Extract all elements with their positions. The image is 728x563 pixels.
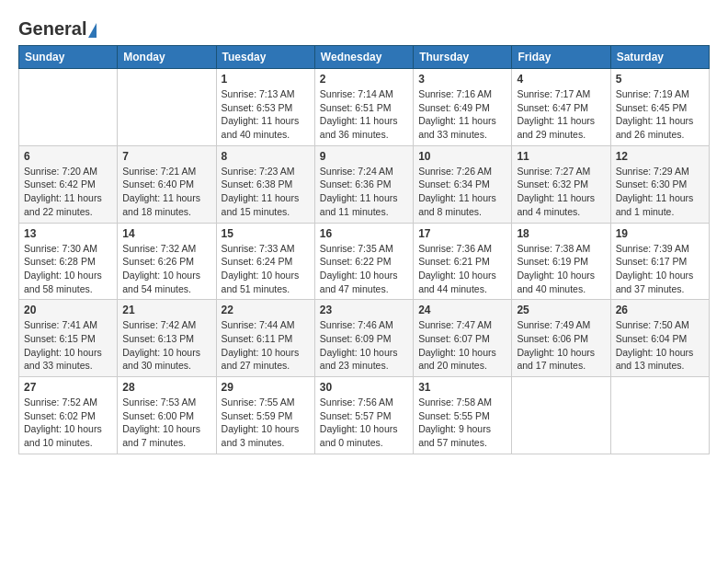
day-number: 5 xyxy=(616,73,704,86)
day-number: 4 xyxy=(517,73,605,86)
day-info: Sunrise: 7:52 AM Sunset: 6:02 PM Dayligh… xyxy=(24,396,112,450)
day-info: Sunrise: 7:14 AM Sunset: 6:51 PM Dayligh… xyxy=(320,87,408,142)
day-info: Sunrise: 7:41 AM Sunset: 6:15 PM Dayligh… xyxy=(24,318,112,373)
day-number: 16 xyxy=(320,227,408,240)
day-number: 12 xyxy=(616,150,704,163)
day-info: Sunrise: 7:35 AM Sunset: 6:22 PM Dayligh… xyxy=(320,242,408,296)
day-info: Sunrise: 7:26 AM Sunset: 6:34 PM Dayligh… xyxy=(418,165,506,219)
day-info: Sunrise: 7:16 AM Sunset: 6:49 PM Dayligh… xyxy=(418,87,506,142)
day-number: 30 xyxy=(320,381,408,394)
day-info: Sunrise: 7:39 AM Sunset: 6:17 PM Dayligh… xyxy=(616,242,704,296)
day-number: 22 xyxy=(222,304,310,316)
weekday-header-friday: Friday xyxy=(512,46,610,69)
day-info: Sunrise: 7:56 AM Sunset: 5:57 PM Dayligh… xyxy=(320,396,408,450)
calendar-cell: 8Sunrise: 7:23 AM Sunset: 6:38 PM Daylig… xyxy=(216,145,314,223)
day-info: Sunrise: 7:47 AM Sunset: 6:07 PM Dayligh… xyxy=(418,318,506,373)
day-info: Sunrise: 7:38 AM Sunset: 6:19 PM Dayligh… xyxy=(517,242,605,296)
day-info: Sunrise: 7:55 AM Sunset: 5:59 PM Dayligh… xyxy=(222,396,310,450)
calendar-cell xyxy=(19,69,118,146)
day-number: 6 xyxy=(24,150,112,163)
weekday-header-tuesday: Tuesday xyxy=(216,46,314,69)
logo-triangle-icon xyxy=(88,23,97,38)
logo-general-text: General xyxy=(18,18,86,40)
calendar-week-row: 1Sunrise: 7:13 AM Sunset: 6:53 PM Daylig… xyxy=(19,69,710,146)
weekday-header-saturday: Saturday xyxy=(610,46,709,69)
calendar-cell: 28Sunrise: 7:53 AM Sunset: 6:00 PM Dayli… xyxy=(118,377,216,454)
day-number: 25 xyxy=(517,304,605,316)
weekday-header-sunday: Sunday xyxy=(19,46,118,69)
day-info: Sunrise: 7:46 AM Sunset: 6:09 PM Dayligh… xyxy=(320,318,408,373)
day-number: 23 xyxy=(320,304,408,316)
calendar-cell: 14Sunrise: 7:32 AM Sunset: 6:26 PM Dayli… xyxy=(118,223,216,300)
day-info: Sunrise: 7:17 AM Sunset: 6:47 PM Dayligh… xyxy=(517,87,605,142)
calendar-cell: 1Sunrise: 7:13 AM Sunset: 6:53 PM Daylig… xyxy=(216,69,314,146)
calendar-cell: 16Sunrise: 7:35 AM Sunset: 6:22 PM Dayli… xyxy=(314,223,413,300)
calendar-cell: 15Sunrise: 7:33 AM Sunset: 6:24 PM Dayli… xyxy=(216,223,314,300)
day-info: Sunrise: 7:21 AM Sunset: 6:40 PM Dayligh… xyxy=(122,165,210,219)
day-info: Sunrise: 7:49 AM Sunset: 6:06 PM Dayligh… xyxy=(517,318,605,373)
day-info: Sunrise: 7:30 AM Sunset: 6:28 PM Dayligh… xyxy=(24,242,112,296)
day-info: Sunrise: 7:44 AM Sunset: 6:11 PM Dayligh… xyxy=(222,318,310,373)
calendar-cell: 26Sunrise: 7:50 AM Sunset: 6:04 PM Dayli… xyxy=(610,300,709,377)
day-number: 31 xyxy=(418,381,506,394)
calendar-cell: 27Sunrise: 7:52 AM Sunset: 6:02 PM Dayli… xyxy=(19,377,118,454)
calendar-week-row: 27Sunrise: 7:52 AM Sunset: 6:02 PM Dayli… xyxy=(19,377,710,454)
page-header: General xyxy=(18,18,710,36)
calendar-cell: 13Sunrise: 7:30 AM Sunset: 6:28 PM Dayli… xyxy=(19,223,118,300)
calendar-cell: 10Sunrise: 7:26 AM Sunset: 6:34 PM Dayli… xyxy=(414,145,512,223)
day-number: 7 xyxy=(122,150,210,163)
day-number: 17 xyxy=(418,227,506,240)
day-number: 18 xyxy=(517,227,605,240)
day-number: 2 xyxy=(320,73,408,86)
weekday-header-row: SundayMondayTuesdayWednesdayThursdayFrid… xyxy=(19,46,710,69)
day-number: 8 xyxy=(222,150,310,163)
calendar-cell: 17Sunrise: 7:36 AM Sunset: 6:21 PM Dayli… xyxy=(414,223,512,300)
day-number: 21 xyxy=(122,304,210,316)
calendar-week-row: 6Sunrise: 7:20 AM Sunset: 6:42 PM Daylig… xyxy=(19,145,710,223)
day-info: Sunrise: 7:19 AM Sunset: 6:45 PM Dayligh… xyxy=(616,87,704,142)
day-info: Sunrise: 7:23 AM Sunset: 6:38 PM Dayligh… xyxy=(222,165,310,219)
calendar-cell: 31Sunrise: 7:58 AM Sunset: 5:55 PM Dayli… xyxy=(414,377,512,454)
day-number: 26 xyxy=(616,304,704,316)
calendar-cell: 29Sunrise: 7:55 AM Sunset: 5:59 PM Dayli… xyxy=(216,377,314,454)
day-info: Sunrise: 7:27 AM Sunset: 6:32 PM Dayligh… xyxy=(517,165,605,219)
calendar-table: SundayMondayTuesdayWednesdayThursdayFrid… xyxy=(18,45,710,454)
logo: General xyxy=(18,18,97,36)
day-info: Sunrise: 7:13 AM Sunset: 6:53 PM Dayligh… xyxy=(222,87,310,142)
day-info: Sunrise: 7:29 AM Sunset: 6:30 PM Dayligh… xyxy=(616,165,704,219)
day-number: 11 xyxy=(517,150,605,163)
day-number: 24 xyxy=(418,304,506,316)
calendar-cell: 25Sunrise: 7:49 AM Sunset: 6:06 PM Dayli… xyxy=(512,300,610,377)
calendar-cell: 5Sunrise: 7:19 AM Sunset: 6:45 PM Daylig… xyxy=(610,69,709,146)
day-number: 9 xyxy=(320,150,408,163)
day-info: Sunrise: 7:36 AM Sunset: 6:21 PM Dayligh… xyxy=(418,242,506,296)
calendar-cell: 19Sunrise: 7:39 AM Sunset: 6:17 PM Dayli… xyxy=(610,223,709,300)
day-info: Sunrise: 7:53 AM Sunset: 6:00 PM Dayligh… xyxy=(122,396,210,450)
calendar-week-row: 20Sunrise: 7:41 AM Sunset: 6:15 PM Dayli… xyxy=(19,300,710,377)
day-number: 10 xyxy=(418,150,506,163)
day-number: 20 xyxy=(24,304,112,316)
weekday-header-monday: Monday xyxy=(118,46,216,69)
day-info: Sunrise: 7:42 AM Sunset: 6:13 PM Dayligh… xyxy=(122,318,210,373)
calendar-cell: 22Sunrise: 7:44 AM Sunset: 6:11 PM Dayli… xyxy=(216,300,314,377)
day-number: 3 xyxy=(418,73,506,86)
calendar-week-row: 13Sunrise: 7:30 AM Sunset: 6:28 PM Dayli… xyxy=(19,223,710,300)
day-info: Sunrise: 7:32 AM Sunset: 6:26 PM Dayligh… xyxy=(122,242,210,296)
calendar-cell: 11Sunrise: 7:27 AM Sunset: 6:32 PM Dayli… xyxy=(512,145,610,223)
calendar-cell: 6Sunrise: 7:20 AM Sunset: 6:42 PM Daylig… xyxy=(19,145,118,223)
day-number: 28 xyxy=(122,381,210,394)
day-number: 14 xyxy=(122,227,210,240)
calendar-cell: 3Sunrise: 7:16 AM Sunset: 6:49 PM Daylig… xyxy=(414,69,512,146)
day-number: 1 xyxy=(222,73,310,86)
day-number: 13 xyxy=(24,227,112,240)
calendar-cell: 4Sunrise: 7:17 AM Sunset: 6:47 PM Daylig… xyxy=(512,69,610,146)
day-info: Sunrise: 7:50 AM Sunset: 6:04 PM Dayligh… xyxy=(616,318,704,373)
weekday-header-thursday: Thursday xyxy=(414,46,512,69)
calendar-cell: 30Sunrise: 7:56 AM Sunset: 5:57 PM Dayli… xyxy=(314,377,413,454)
calendar-cell xyxy=(118,69,216,146)
day-info: Sunrise: 7:58 AM Sunset: 5:55 PM Dayligh… xyxy=(418,396,506,450)
day-info: Sunrise: 7:33 AM Sunset: 6:24 PM Dayligh… xyxy=(222,242,310,296)
day-info: Sunrise: 7:20 AM Sunset: 6:42 PM Dayligh… xyxy=(24,165,112,219)
calendar-cell: 23Sunrise: 7:46 AM Sunset: 6:09 PM Dayli… xyxy=(314,300,413,377)
calendar-cell: 18Sunrise: 7:38 AM Sunset: 6:19 PM Dayli… xyxy=(512,223,610,300)
